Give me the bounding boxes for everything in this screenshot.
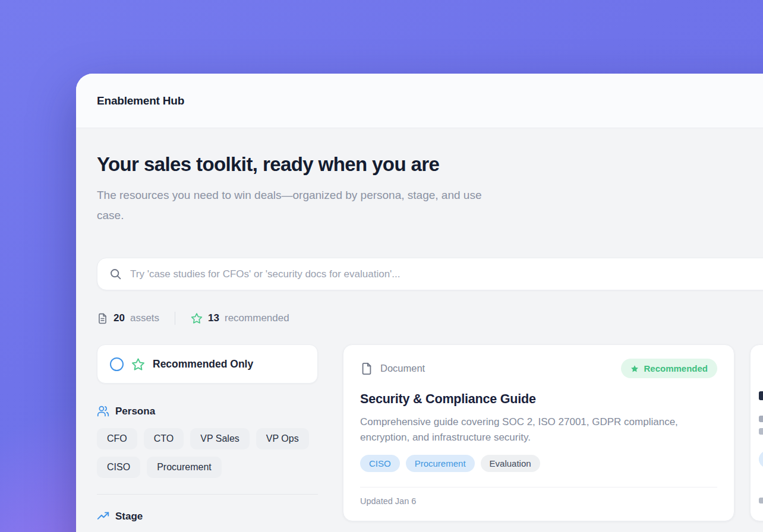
card-title: Security & Compliance Guide [360, 392, 717, 407]
assets-label: assets [130, 312, 159, 324]
card-description-line-2: encryption, and infrastructure security. [360, 430, 717, 445]
stage-filter-header: Stage [97, 510, 318, 522]
persona-chip-vp-sales[interactable]: VP Sales [190, 428, 250, 449]
card-description-line-1: Comprehensive guide covering SOC 2, ISO … [360, 414, 717, 430]
trending-up-icon [97, 510, 109, 522]
filters-sidebar: Recommended Only Persona [97, 344, 318, 522]
partial-card-footer-fragment [759, 498, 763, 504]
enablement-hub-window: Enablement Hub Your sales toolkit, ready… [76, 74, 763, 532]
card-type: Document [360, 362, 425, 375]
page-subtitle-line-2: case. [97, 205, 763, 226]
assets-count: 20 [113, 312, 125, 324]
partial-card-description-fragment [759, 416, 763, 422]
asset-card-security-compliance-guide[interactable]: Document Recommended Security & Complian… [343, 344, 734, 521]
card-description: Comprehensive guide covering SOC 2, ISO … [360, 414, 717, 445]
recommended-only-toggle[interactable]: Recommended Only [97, 344, 318, 384]
persona-chip-ciso[interactable]: CISO [97, 457, 140, 478]
partial-card-tag-fragment [759, 451, 763, 468]
star-filled-icon [630, 365, 639, 373]
recommended-count-stat: 13 recommended [191, 312, 289, 324]
users-icon [97, 405, 109, 417]
app-title: Enablement Hub [97, 94, 184, 107]
recommended-label: recommended [225, 312, 289, 324]
stats-row: 20 assets 13 recommended [97, 312, 763, 325]
file-icon [360, 362, 373, 375]
partial-card-description-fragment [759, 428, 763, 435]
document-icon [97, 313, 108, 324]
star-outline-icon [131, 357, 145, 371]
star-outline-icon [191, 312, 203, 324]
tag-ciso: CISO [360, 455, 400, 472]
persona-chip-cto[interactable]: CTO [144, 428, 184, 449]
card-updated-date: Updated Jan 6 [360, 496, 416, 506]
persona-chip-procurement[interactable]: Procurement [147, 457, 222, 478]
recommended-only-radio[interactable] [110, 357, 124, 371]
window-header: Enablement Hub [76, 74, 763, 128]
page-subtitle-line-1: The resources you need to win deals—orga… [97, 185, 763, 205]
asset-card-grid: Document Recommended Security & Complian… [343, 344, 763, 522]
partial-card-title-fragment [759, 391, 763, 400]
recommended-badge: Recommended [621, 359, 717, 378]
stats-divider [175, 312, 175, 325]
card-header: Document Recommended [360, 359, 717, 378]
recommended-only-label: Recommended Only [153, 358, 253, 370]
card-tag-list: CISO Procurement Evaluation [360, 455, 717, 472]
card-type-label: Document [380, 363, 425, 374]
stage-filter-section: Stage [97, 510, 318, 522]
persona-filter-header: Persona [97, 405, 318, 417]
persona-filter-section: Persona CFO CTO VP Sales VP Ops CISO Pro… [97, 405, 318, 478]
search-input[interactable] [130, 268, 763, 280]
recommended-count: 13 [208, 312, 219, 324]
sidebar-divider [97, 494, 318, 495]
desktop-background: { "app": { "title": "Enablement Hub" }, … [0, 0, 763, 532]
content-columns: Recommended Only Persona [97, 344, 763, 522]
asset-card-partial[interactable] [750, 344, 763, 521]
tag-evaluation: Evaluation [481, 455, 540, 472]
main-content: Your sales toolkit, ready when you are T… [76, 128, 763, 522]
assets-count-stat: 20 assets [97, 312, 159, 324]
tag-procurement: Procurement [406, 455, 475, 472]
persona-chip-cfo[interactable]: CFO [97, 428, 137, 449]
page-title: Your sales toolkit, ready when you are [97, 153, 763, 176]
page-subtitle: The resources you need to win deals—orga… [97, 185, 763, 226]
recommended-badge-label: Recommended [644, 363, 708, 373]
persona-chip-vp-ops[interactable]: VP Ops [256, 428, 309, 449]
persona-filter-label: Persona [115, 406, 155, 417]
search-icon [109, 268, 122, 280]
card-footer-divider [360, 487, 717, 487]
stage-filter-label: Stage [115, 511, 143, 522]
persona-chip-list: CFO CTO VP Sales VP Ops CISO Procurement [97, 428, 318, 478]
search-bar[interactable] [97, 258, 763, 290]
